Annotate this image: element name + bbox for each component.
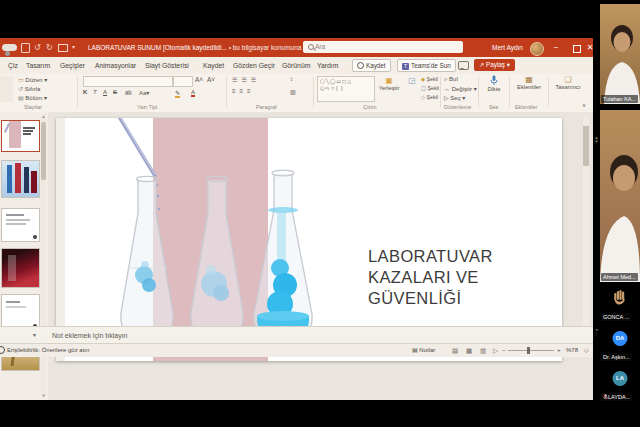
arrange-button[interactable]: ▣Yerleştir <box>375 76 403 91</box>
participant-video-1[interactable]: Tulahan KA... <box>600 4 640 104</box>
participant-video-2[interactable]: Ahmet Med... <box>600 110 640 282</box>
font-size-box[interactable] <box>173 76 193 87</box>
accessibility-status[interactable]: Erişilebilirlik: Önerilere göz atın <box>0 344 89 357</box>
participant-tile-4[interactable]: DA Dr. Aşkın... <box>600 326 640 362</box>
columns-button[interactable]: ▥ <box>290 88 296 95</box>
save-icon[interactable] <box>21 43 30 53</box>
record-button[interactable]: Kaydet <box>352 59 391 72</box>
account-name[interactable]: Mert Aydın <box>492 38 523 57</box>
bold-button[interactable]: K <box>83 89 87 95</box>
font-color-button[interactable]: A <box>191 89 195 97</box>
replace-button[interactable]: ↔ Değiştir ▾ <box>444 85 477 92</box>
shapes-gallery[interactable]: ▢╲◯▭◻△ ⬠⇨☆( ) <box>317 76 375 102</box>
autosave-toggle[interactable] <box>2 44 17 51</box>
slide-thumbnail-4[interactable] <box>1 248 40 288</box>
tab-animasyonlar[interactable]: Animasyonlar <box>95 57 136 74</box>
view-sorter-icon[interactable]: ▦ <box>466 344 472 357</box>
zoom-level[interactable]: %78 <box>566 344 578 357</box>
highlight-color-button[interactable]: ✎ <box>175 89 180 98</box>
participant-tile-3[interactable]: GONCA ... <box>600 286 640 322</box>
underline-button[interactable]: A <box>103 89 107 95</box>
slide-thumbnail-3[interactable] <box>1 208 40 242</box>
notes-collapse-icon[interactable]: ▾ <box>33 327 36 344</box>
shape-fill-button[interactable]: ◆ Şekil Dolgusu <box>421 76 439 82</box>
shape-outline-button[interactable]: ▢ Şekil Anahattı <box>421 85 439 91</box>
slide-canvas[interactable]: LABORATUVAR KAZALARI VE GÜVENLİĞİ Önleme… <box>56 118 562 361</box>
teams-icon: T <box>402 63 409 70</box>
tab-tasarim[interactable]: Tasarım <box>26 57 50 74</box>
accessibility-icon <box>0 346 5 354</box>
select-button[interactable]: ▷ Seç ▾ <box>444 94 465 101</box>
ribbon-group-addins: ▦Eklentiler Eklentiler <box>511 74 547 112</box>
share-button[interactable]: ↗ Paylaş ▾ <box>474 59 515 71</box>
view-reading-icon[interactable]: ▥ <box>480 344 486 357</box>
font-name-box[interactable] <box>83 76 173 87</box>
tab-gorunum[interactable]: Görünüm <box>282 57 310 74</box>
participant-name: GONCA ... <box>601 313 631 321</box>
slide-thumbnail-2[interactable] <box>1 160 40 198</box>
record-icon <box>357 62 364 69</box>
layout-button[interactable]: ▭ Düzen ▾ <box>18 76 47 83</box>
char-spacing-button[interactable]: a̲b̲ <box>125 89 132 95</box>
alignment-buttons[interactable]: ≡≡≡ <box>232 88 255 94</box>
change-case-button[interactable]: Aa▾ <box>139 89 149 96</box>
participant-name-row: LAYDA... <box>601 393 632 401</box>
shrink-font-button[interactable]: A˅ <box>207 76 215 83</box>
ribbon-group-paragraph: ☰☰☰ ↕ ≡≡≡ ▥ Paragraf <box>228 74 312 112</box>
reset-button[interactable]: ↺ Sıfırla <box>18 85 40 92</box>
tab-gecisler[interactable]: Geçişler <box>60 57 85 74</box>
slide-title[interactable]: LABORATUVAR KAZALARI VE GÜVENLİĞİ <box>368 246 553 309</box>
quick-styles-button[interactable]: ◲ <box>403 76 421 85</box>
notes-placeholder[interactable]: Not eklemek için tıklayın <box>52 327 127 344</box>
group-label-slides: Slaytlar <box>24 104 42 110</box>
tab-kaydet[interactable]: Kaydet <box>203 57 224 74</box>
addins-button[interactable]: ▦Eklentiler <box>511 75 547 90</box>
participant-tile-5[interactable]: LA LAYDA... <box>600 366 640 402</box>
view-normal-icon[interactable]: ▤ <box>452 344 458 357</box>
shape-effects-button[interactable]: ◇ Şekil Efektleri <box>421 94 439 100</box>
participant-name: Dr. Aşkın... <box>601 353 632 361</box>
qat-more-icon[interactable]: ▾ <box>72 38 75 57</box>
undo-button[interactable]: ↺ <box>34 38 41 57</box>
zoom-in-button[interactable]: + <box>557 344 561 357</box>
tab-slayt-gosterisi[interactable]: Slayt Gösterisi <box>145 57 189 74</box>
section-button[interactable]: ▤ Bölüm ▾ <box>18 94 47 101</box>
minimize-button[interactable]: − <box>548 38 564 57</box>
dictate-button[interactable]: Dikte <box>480 75 508 92</box>
view-slideshow-icon[interactable]: ▷ <box>493 344 498 357</box>
italic-button[interactable]: T <box>93 89 97 95</box>
new-slide-button-clipped[interactable] <box>0 76 13 102</box>
slide-scrollbar-thumb[interactable] <box>583 126 589 166</box>
strikethrough-button[interactable]: S <box>113 89 117 95</box>
bullet-list-buttons[interactable]: ☰☰☰ <box>232 76 260 83</box>
line-spacing-button[interactable]: ↕ <box>290 76 293 82</box>
participant-avatar: LA <box>613 371 628 386</box>
ppt-titlebar: ↺ ↻ ▾ LABORATUVAR SUNUM [Otomatik kayded… <box>0 38 593 57</box>
present-icon[interactable] <box>58 44 68 52</box>
designer-button[interactable]: ❏Tasarımcı <box>550 75 586 90</box>
tab-gozden-gecir[interactable]: Gözden Geçir <box>233 57 275 74</box>
notes-toggle-button[interactable]: ▤ Notlar <box>412 344 435 357</box>
search-input[interactable]: Ara <box>303 41 463 53</box>
redo-button[interactable]: ↻ <box>46 38 53 57</box>
zoom-out-button[interactable]: − <box>502 344 506 357</box>
sidebar-collapse-handle[interactable]: ◂⋮ <box>594 328 599 336</box>
slide-thumbnail-1-selected[interactable] <box>1 120 40 152</box>
zoom-slider-knob[interactable] <box>527 347 530 354</box>
autosave-knob <box>5 51 10 56</box>
document-title: LABORATUVAR SUNUM [Otomatik kaydedildi..… <box>88 38 339 57</box>
close-button[interactable]: ✕ <box>582 38 598 57</box>
group-label-voice: Ses <box>489 104 498 110</box>
sidebar-resize-handle[interactable]: ▲▼ <box>594 136 599 144</box>
find-button[interactable]: ⌕ Bul <box>444 76 458 83</box>
tab-ciz[interactable]: Çiz <box>8 57 18 74</box>
grow-font-button[interactable]: A˄ <box>195 76 203 83</box>
fit-to-window-icon[interactable]: ◇ <box>584 344 589 357</box>
tab-yardim[interactable]: Yardım <box>317 57 338 74</box>
collapse-ribbon-icon[interactable]: ∨ <box>582 102 586 108</box>
thumbnail-scrollbar-thumb[interactable] <box>41 122 46 180</box>
powerpoint-window: ↺ ↻ ▾ LABORATUVAR SUNUM [Otomatik kayded… <box>0 38 593 391</box>
zoom-slider[interactable] <box>508 350 554 351</box>
present-in-teams-button[interactable]: TTeams'de Sun <box>397 59 456 72</box>
account-avatar[interactable] <box>530 42 544 56</box>
